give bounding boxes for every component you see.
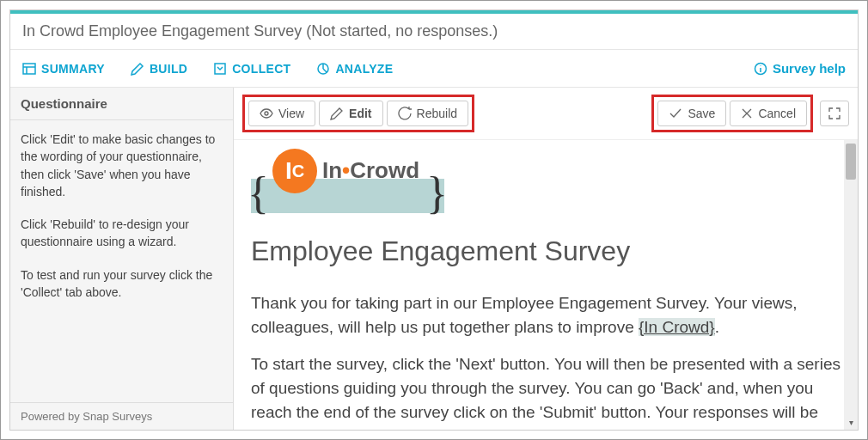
survey-body[interactable]: Thank you for taking part in our Employe… <box>251 291 840 430</box>
button-label: Save <box>688 107 715 120</box>
survey-intro-p2[interactable]: To start the survey, click the 'Next' bu… <box>251 352 840 430</box>
survey-intro-p1[interactable]: Thank you for taking part in our Employe… <box>251 291 840 339</box>
vertical-scrollbar[interactable]: ▾ <box>844 140 858 430</box>
button-label: Edit <box>349 107 371 120</box>
svg-rect-0 <box>23 64 35 74</box>
edit-button-group: View Edit Rebuild <box>242 95 474 132</box>
help-link[interactable]: Survey help <box>754 61 846 76</box>
scrollbar-down-icon[interactable]: ▾ <box>846 418 856 428</box>
sidebar-p3: To test and run your survey click the 'C… <box>21 266 223 302</box>
scrollbar-thumb[interactable] <box>846 144 856 180</box>
sidebar-instructions: Click 'Edit' to make basic changes to th… <box>10 120 233 402</box>
tab-label: ANALYZE <box>335 62 393 76</box>
sidebar: Questionnaire Click 'Edit' to make basic… <box>10 88 234 430</box>
sidebar-p1: Click 'Edit' to make basic changes to th… <box>21 131 223 200</box>
save-button-group: Save Cancel <box>651 95 813 132</box>
eye-icon <box>260 107 273 119</box>
fullscreen-icon <box>828 107 841 120</box>
survey-heading[interactable]: Employee Engagement Survey <box>251 231 840 271</box>
brace-right-icon: } <box>426 161 448 225</box>
incrowd-logo: IC In•Crowd <box>272 149 419 193</box>
summary-icon <box>22 62 36 76</box>
sidebar-p2: Click 'Rebuild' to re-design your questi… <box>21 216 223 251</box>
help-label: Survey help <box>773 61 846 76</box>
svg-point-4 <box>265 112 268 115</box>
check-icon <box>669 107 682 120</box>
collect-icon <box>213 62 227 76</box>
page-title: In Crowd Employee Engagement Survey (Not… <box>10 14 858 50</box>
toolbar: View Edit Rebuild Save <box>234 88 858 139</box>
tab-build[interactable]: BUILD <box>131 55 203 82</box>
rebuild-button[interactable]: Rebuild <box>387 101 468 126</box>
sidebar-title: Questionnaire <box>10 88 233 120</box>
save-button[interactable]: Save <box>657 101 726 126</box>
edit-button[interactable]: Edit <box>319 101 382 126</box>
tab-label: BUILD <box>150 62 187 76</box>
sidebar-footer: Powered by Snap Surveys <box>10 402 233 430</box>
button-label: Rebuild <box>417 107 457 120</box>
view-button[interactable]: View <box>248 101 315 126</box>
content-area: Questionnaire Click 'Edit' to make basic… <box>10 88 858 430</box>
button-label: Cancel <box>758 107 796 120</box>
tab-analyze[interactable]: ANALYZE <box>316 55 408 82</box>
pencil-icon <box>131 62 144 76</box>
survey-preview-scroll: { } IC In•Crowd Employee Engagement Surv… <box>234 139 858 430</box>
logo-circle-icon: IC <box>272 149 317 193</box>
edit-icon <box>330 107 344 120</box>
brace-left-icon: { <box>248 161 269 225</box>
analyze-icon <box>316 62 330 76</box>
info-icon <box>754 62 767 76</box>
refresh-icon <box>398 107 412 120</box>
tab-collect[interactable]: COLLECT <box>213 55 306 82</box>
close-icon <box>741 107 753 119</box>
org-variable-token[interactable]: {In Crowd} <box>639 318 715 336</box>
logo-placeholder[interactable]: { } IC In•Crowd <box>251 149 444 214</box>
tab-label: SUMMARY <box>41 62 105 76</box>
button-label: View <box>278 107 304 120</box>
main-panel: View Edit Rebuild Save <box>234 88 858 430</box>
tab-label: COLLECT <box>232 62 290 76</box>
logo-text: In•Crowd <box>322 155 419 187</box>
survey-preview[interactable]: { } IC In•Crowd Employee Engagement Surv… <box>234 140 858 430</box>
tab-bar: SUMMARY BUILD COLLECT ANALYZE Survey hel… <box>10 50 858 88</box>
tab-summary[interactable]: SUMMARY <box>22 55 120 82</box>
fullscreen-button[interactable] <box>820 101 849 126</box>
cancel-button[interactable]: Cancel <box>730 101 807 126</box>
